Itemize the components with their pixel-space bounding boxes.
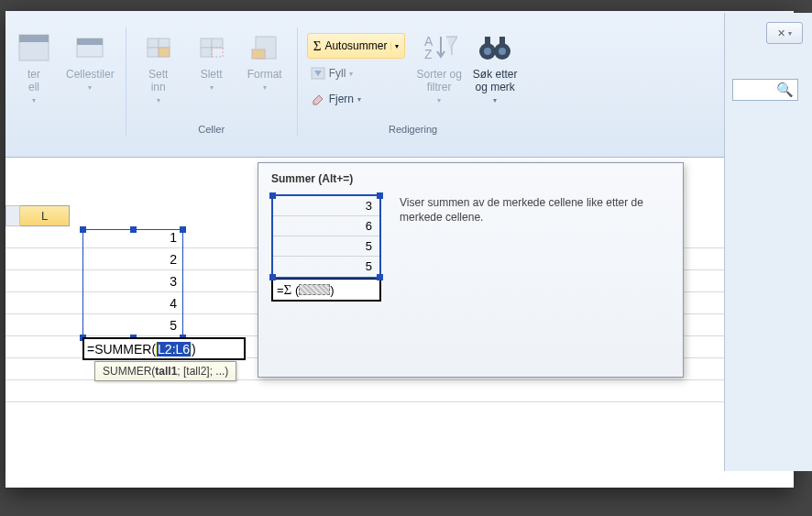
- binoculars-icon: [475, 29, 515, 66]
- tooltip-title: Summer (Alt+=): [271, 172, 670, 185]
- group-label-redigering: Redigering: [303, 121, 523, 136]
- cell-style-icon: [70, 29, 110, 66]
- formula-text: =SUMMER(: [87, 342, 156, 357]
- sok-merk-button[interactable]: Søk etter og merk▾: [467, 27, 523, 109]
- eraser-icon: [311, 93, 325, 105]
- cellestiler-button[interactable]: Cellestiler▾: [60, 27, 120, 96]
- formula-text-end: ): [192, 342, 196, 357]
- svg-rect-4: [148, 38, 159, 48]
- svg-rect-9: [212, 38, 223, 48]
- svg-text:Z: Z: [424, 47, 433, 61]
- table-style-icon: [14, 29, 54, 66]
- svg-rect-7: [159, 48, 170, 57]
- fyll-button[interactable]: Fyll▾: [307, 62, 406, 84]
- sigma-icon: Σ: [313, 38, 322, 54]
- sett-inn-button[interactable]: Sett inn▾: [132, 27, 185, 109]
- formula-range: L2:L6: [157, 342, 191, 357]
- tooltip-description: Viser summen av de merkede cellene like …: [400, 194, 670, 302]
- search-icon: 🔍: [776, 82, 794, 98]
- column-header-l[interactable]: L: [20, 205, 70, 226]
- fjern-button[interactable]: Fjern▾: [307, 88, 406, 110]
- autosum-dropdown[interactable]: ▾: [390, 42, 399, 50]
- ribbon: terell▾ Cellestiler▾: [5, 11, 794, 158]
- tooltip-thumbnail: 3 6 5 5 =Σ (): [271, 194, 381, 302]
- svg-rect-21: [485, 37, 490, 46]
- delete-cells-icon: [192, 29, 232, 66]
- pane-search-box[interactable]: 🔍: [732, 79, 798, 101]
- sorter-filtrer-button[interactable]: AZ Sorter og filtrer▾: [411, 27, 466, 109]
- format-cells-icon: [245, 29, 285, 66]
- fill-icon: [311, 67, 325, 80]
- svg-rect-5: [159, 38, 170, 48]
- svg-rect-11: [212, 48, 223, 57]
- pane-close-button[interactable]: ✕ ▾: [766, 22, 803, 44]
- insert-cells-icon: [138, 29, 179, 66]
- sigma-icon: Σ: [284, 282, 292, 298]
- ribbon-styles-partial[interactable]: terell▾: [7, 27, 60, 109]
- autosum-tooltip: Summer (Alt+=) 3 6 5 5 =Σ () Viser summe…: [258, 162, 684, 378]
- svg-point-19: [484, 48, 491, 55]
- svg-rect-22: [499, 37, 505, 46]
- svg-rect-8: [201, 38, 212, 48]
- column-header-partial[interactable]: [5, 205, 20, 226]
- svg-rect-6: [148, 48, 159, 57]
- autosum-button[interactable]: Σ Autosummer ▾: [307, 33, 406, 59]
- svg-point-20: [499, 48, 506, 55]
- autosum-label: Autosummer: [324, 39, 387, 52]
- selection-marquee: [82, 229, 183, 338]
- function-signature-tooltip: SUMMER(tall1; [tall2]; ...): [94, 361, 236, 381]
- svg-rect-10: [201, 48, 212, 57]
- svg-rect-1: [19, 35, 49, 42]
- close-icon: ✕: [777, 27, 785, 39]
- format-button[interactable]: Format▾: [238, 27, 291, 96]
- sort-filter-icon: AZ: [419, 29, 459, 66]
- active-formula-cell[interactable]: =SUMMER(L2:L6): [82, 337, 246, 360]
- slett-button[interactable]: Slett▾: [185, 27, 238, 96]
- svg-rect-3: [77, 38, 103, 45]
- side-pane: ✕ ▾ 🔍: [724, 13, 812, 471]
- chevron-down-icon: ▾: [788, 29, 792, 38]
- group-label-celler: Celler: [132, 121, 291, 136]
- svg-rect-13: [252, 49, 265, 59]
